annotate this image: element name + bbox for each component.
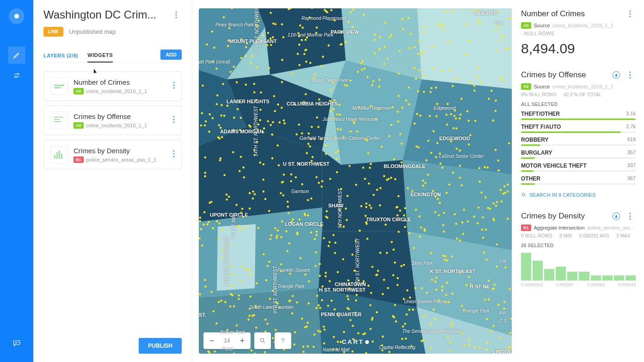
svg-point-165 bbox=[292, 295, 294, 297]
link-badge[interactable]: LINK bbox=[43, 27, 63, 37]
svg-point-740 bbox=[222, 250, 225, 252]
histogram-bar[interactable] bbox=[579, 272, 589, 281]
widgets-panel: Number of Crimes A0 Source crime_inciden… bbox=[521, 8, 638, 354]
category-item[interactable]: OTHER367 bbox=[521, 175, 636, 185]
add-widget-button[interactable]: ADD bbox=[160, 50, 182, 60]
map-title[interactable]: Washington DC Crim... bbox=[43, 8, 157, 21]
svg-point-324 bbox=[406, 289, 409, 292]
svg-point-410 bbox=[454, 110, 456, 112]
category-item[interactable]: BURGLARY357 bbox=[521, 150, 636, 159]
svg-point-342 bbox=[249, 125, 251, 128]
histogram-chart[interactable] bbox=[521, 253, 636, 281]
svg-point-555 bbox=[385, 224, 387, 226]
svg-point-432 bbox=[338, 209, 341, 211]
svg-point-508 bbox=[434, 196, 436, 198]
widget-more-icon[interactable] bbox=[625, 8, 636, 19]
svg-point-634 bbox=[246, 42, 248, 44]
widget-more-icon[interactable] bbox=[625, 69, 636, 81]
search-categories-link[interactable]: SEARCH IN 9 CATEGORIES bbox=[521, 192, 636, 198]
svg-point-100 bbox=[456, 78, 459, 80]
svg-point-856 bbox=[241, 208, 244, 210]
svg-point-750 bbox=[443, 231, 445, 233]
histogram-bar[interactable] bbox=[626, 275, 636, 281]
svg-point-125 bbox=[473, 90, 476, 92]
map-canvas[interactable]: − 14 + ? CART Piney Branch ParkRaymond P… bbox=[199, 8, 512, 354]
autostyle-icon[interactable] bbox=[613, 71, 620, 79]
svg-point-304 bbox=[204, 124, 206, 126]
tab-widgets[interactable]: WIDGETS bbox=[87, 49, 113, 62]
svg-point-292 bbox=[509, 346, 511, 348]
svg-point-786 bbox=[241, 228, 244, 231]
svg-point-188 bbox=[448, 41, 450, 44]
svg-point-132 bbox=[415, 209, 417, 211]
svg-point-198 bbox=[287, 250, 289, 252]
svg-point-660 bbox=[415, 78, 417, 80]
widget-card[interactable]: Crimes by Offense A0 crime_incidents_201… bbox=[43, 106, 182, 135]
svg-point-91 bbox=[467, 220, 469, 223]
svg-point-743 bbox=[371, 318, 374, 321]
svg-point-777 bbox=[201, 244, 203, 247]
comment-icon[interactable] bbox=[8, 334, 25, 352]
svg-point-281 bbox=[326, 210, 328, 212]
zoom-out-button[interactable]: − bbox=[203, 332, 220, 349]
histogram-bar[interactable] bbox=[556, 267, 566, 281]
svg-point-290 bbox=[397, 111, 399, 113]
svg-point-497 bbox=[306, 152, 308, 154]
svg-point-677 bbox=[470, 283, 472, 286]
svg-point-586 bbox=[238, 225, 240, 227]
histogram-bar[interactable] bbox=[533, 261, 543, 281]
histogram-bar[interactable] bbox=[521, 253, 531, 281]
svg-point-398 bbox=[302, 346, 305, 348]
widget-card-more-icon[interactable] bbox=[173, 116, 175, 125]
publish-button[interactable]: PUBLISH bbox=[139, 338, 182, 354]
svg-point-631 bbox=[442, 167, 444, 169]
widget-card[interactable]: Crimes by Density B1 police_service_area… bbox=[43, 140, 182, 169]
svg-point-5 bbox=[176, 17, 177, 19]
svg-point-689 bbox=[298, 162, 301, 165]
svg-point-781 bbox=[423, 50, 425, 53]
svg-point-139 bbox=[394, 262, 396, 264]
svg-point-340 bbox=[432, 68, 435, 70]
svg-point-761 bbox=[498, 350, 501, 352]
zoom-in-button[interactable]: + bbox=[234, 332, 251, 349]
svg-point-309 bbox=[203, 211, 206, 213]
category-item[interactable]: MOTOR VEHICLE THEFT337 bbox=[521, 162, 636, 172]
histogram-bar[interactable] bbox=[591, 275, 601, 281]
svg-point-9 bbox=[173, 85, 175, 86]
histogram-bar[interactable] bbox=[602, 275, 613, 281]
svg-point-725 bbox=[226, 199, 228, 201]
svg-point-435 bbox=[451, 11, 454, 13]
svg-point-472 bbox=[250, 273, 252, 275]
logo[interactable] bbox=[9, 8, 25, 24]
svg-point-173 bbox=[253, 91, 256, 94]
svg-point-665 bbox=[388, 135, 391, 137]
svg-point-563 bbox=[358, 280, 360, 282]
tab-layers[interactable]: LAYERS (2/8) bbox=[43, 49, 78, 62]
histogram-bar[interactable] bbox=[614, 275, 624, 281]
search-map-button[interactable] bbox=[254, 332, 271, 349]
svg-point-588 bbox=[289, 273, 291, 275]
svg-point-651 bbox=[257, 227, 259, 229]
histogram-bar[interactable] bbox=[567, 272, 577, 281]
svg-point-311 bbox=[416, 145, 418, 148]
histogram-bar[interactable] bbox=[544, 269, 554, 281]
svg-point-865 bbox=[630, 11, 631, 12]
widget-card-more-icon[interactable] bbox=[173, 81, 175, 91]
help-button[interactable]: ? bbox=[275, 332, 291, 349]
category-item[interactable]: THEFT/OTHER3.1k bbox=[521, 111, 636, 120]
widget-card[interactable]: Number of Crimes A0 crime_incidents_2016… bbox=[43, 71, 182, 101]
widget-more-icon[interactable] bbox=[625, 211, 636, 222]
pencil-tool[interactable] bbox=[8, 46, 25, 64]
sliders-tool[interactable] bbox=[8, 67, 25, 84]
svg-point-668 bbox=[301, 183, 304, 186]
category-item[interactable]: ROBBERY518 bbox=[521, 137, 636, 146]
category-item[interactable]: THEFT F/AUTO2.7k bbox=[521, 124, 636, 133]
widget-card-more-icon[interactable] bbox=[173, 150, 175, 159]
svg-point-87 bbox=[402, 325, 404, 328]
map-more-icon[interactable] bbox=[171, 9, 182, 20]
autostyle-icon[interactable] bbox=[613, 212, 620, 220]
svg-point-376 bbox=[377, 270, 380, 272]
svg-point-314 bbox=[376, 189, 378, 191]
svg-point-659 bbox=[308, 17, 311, 19]
svg-point-363 bbox=[204, 285, 207, 287]
